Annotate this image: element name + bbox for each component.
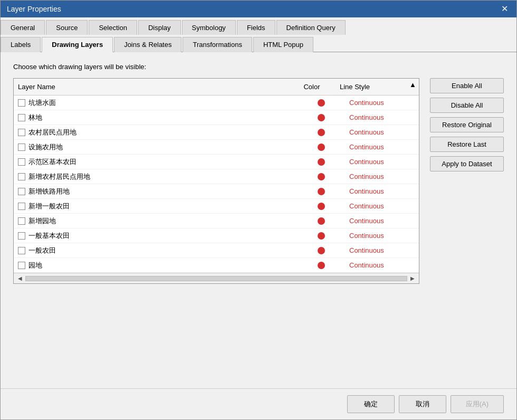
table-row: 设施农用地 Continuous [14,140,419,155]
table-row: 一般基本农田 Continuous [14,228,419,243]
row-style-10: Continuous [345,245,419,256]
instruction-text: Choose which drawing layers will be visi… [13,63,504,71]
row-checkbox-3[interactable] [18,144,25,151]
row-name-2: 农村居民点用地 [14,126,298,139]
content-area: Choose which drawing layers will be visi… [1,52,516,388]
main-panel: Layer Name Color Line Style ▲ 坑塘水面 [13,78,504,284]
table-row: 示范区基本农田 Continuous [14,155,419,169]
tab-labels[interactable]: Labels [1,37,41,52]
row-color-6 [298,188,345,195]
row-style-0: Continuous [345,97,419,108]
color-dot-7 [318,203,325,210]
row-name-3: 设施农用地 [14,141,298,154]
row-style-2: Continuous [345,127,419,138]
apply-to-dataset-button[interactable]: Apply to Dataset [430,156,504,171]
row-name-1: 林地 [14,111,298,124]
table-row: 新增铁路用地 Continuous [14,184,419,199]
row-name-8: 新增园地 [14,215,298,227]
row-checkbox-4[interactable] [18,158,25,166]
row-style-6: Continuous [345,186,419,197]
tab-drawing-layers[interactable]: Drawing Layers [42,37,113,52]
row-style-9: Continuous [345,230,419,241]
ok-button[interactable]: 确定 [347,395,395,413]
enable-all-button[interactable]: Enable All [430,78,504,93]
tab-transformations[interactable]: Transformations [183,37,252,52]
row-checkbox-6[interactable] [18,188,25,195]
row-name-11: 园地 [14,259,298,272]
row-name-9: 一般基本农田 [14,230,298,242]
row-style-8: Continuous [345,215,419,226]
restore-last-button[interactable]: Restore Last [430,137,504,152]
color-dot-11 [318,262,325,269]
row-color-0 [298,99,345,107]
row-checkbox-9[interactable] [18,232,25,240]
cancel-button[interactable]: 取消 [399,395,446,413]
row-color-11 [298,262,345,269]
tab-html-popup[interactable]: HTML Popup [253,37,313,52]
row-style-11: Continuous [345,260,419,271]
dialog-title: Layer Properties [7,5,61,13]
tab-fields[interactable]: Fields [237,20,275,35]
disable-all-button[interactable]: Disable All [430,98,504,113]
tab-selection[interactable]: Selection [89,20,137,35]
title-bar: Layer Properties ✕ [1,1,516,17]
side-buttons: Enable All Disable All Restore Original … [430,78,504,284]
table-row: 园地 Continuous [14,258,419,273]
col-header-color: Color [288,81,336,93]
color-dot-0 [318,99,325,107]
tab-symbology[interactable]: Symbology [182,20,236,35]
row-checkbox-5[interactable] [18,173,25,180]
table-row: 林地 Continuous [14,110,419,125]
col-header-name: Layer Name [14,81,288,93]
row-checkbox-2[interactable] [18,129,25,136]
tab-display[interactable]: Display [138,20,181,35]
footer: 确定 取消 应用(A) [1,388,516,419]
table-row: 新增农村居民点用地 Continuous [14,169,419,184]
row-color-5 [298,173,345,180]
color-dot-10 [318,247,325,254]
table-row: 新增园地 Continuous [14,214,419,228]
scroll-right-icon[interactable]: ▶ [408,274,417,282]
tab-general[interactable]: General [1,20,45,35]
hscroll-track[interactable] [25,276,407,281]
row-name-0: 坑塘水面 [14,97,298,109]
row-color-8 [298,217,345,225]
row-checkbox-11[interactable] [18,262,25,269]
row-name-6: 新增铁路用地 [14,185,298,198]
tabs-row-2: Labels Drawing Layers Joins & Relates Tr… [1,34,516,52]
scroll-left-icon[interactable]: ◀ [16,274,24,282]
table-row: 农村居民点用地 Continuous [14,125,419,140]
row-checkbox-7[interactable] [18,203,25,210]
row-name-7: 新增一般农田 [14,200,298,213]
layer-properties-dialog: Layer Properties ✕ General Source Select… [0,0,517,420]
table-header: Layer Name Color Line Style ▲ [14,79,419,96]
row-checkbox-1[interactable] [18,114,25,121]
tab-definition-query[interactable]: Definition Query [276,20,346,35]
tabs-row: General Source Selection Display Symbolo… [1,17,516,34]
row-checkbox-8[interactable] [18,217,25,225]
row-name-5: 新增农村居民点用地 [14,170,298,183]
tab-joins-relates[interactable]: Joins & Relates [114,37,181,52]
row-checkbox-10[interactable] [18,247,25,254]
row-color-1 [298,114,345,121]
table-row: 坑塘水面 Continuous [14,96,419,110]
scroll-up-icon: ▲ [409,81,419,93]
color-dot-1 [318,114,325,121]
tabs-container: General Source Selection Display Symbolo… [1,17,516,52]
row-checkbox-0[interactable] [18,99,25,107]
row-style-3: Continuous [345,141,419,152]
apply-button[interactable]: 应用(A) [451,395,504,413]
color-dot-5 [318,173,325,180]
layers-table: Layer Name Color Line Style ▲ 坑塘水面 [13,78,419,284]
restore-original-button[interactable]: Restore Original [430,117,504,132]
close-button[interactable]: ✕ [499,5,510,13]
table-row: 新增一般农田 Continuous [14,199,419,214]
row-color-3 [298,144,345,151]
row-name-4: 示范区基本农田 [14,156,298,168]
row-name-10: 一般农田 [14,244,298,257]
tab-source[interactable]: Source [46,20,88,35]
color-dot-6 [318,188,325,195]
table-row: 一般农田 Continuous [14,243,419,258]
horizontal-scrollbar[interactable]: ◀ ▶ [14,273,419,283]
table-body[interactable]: 坑塘水面 Continuous 林地 [14,96,419,273]
